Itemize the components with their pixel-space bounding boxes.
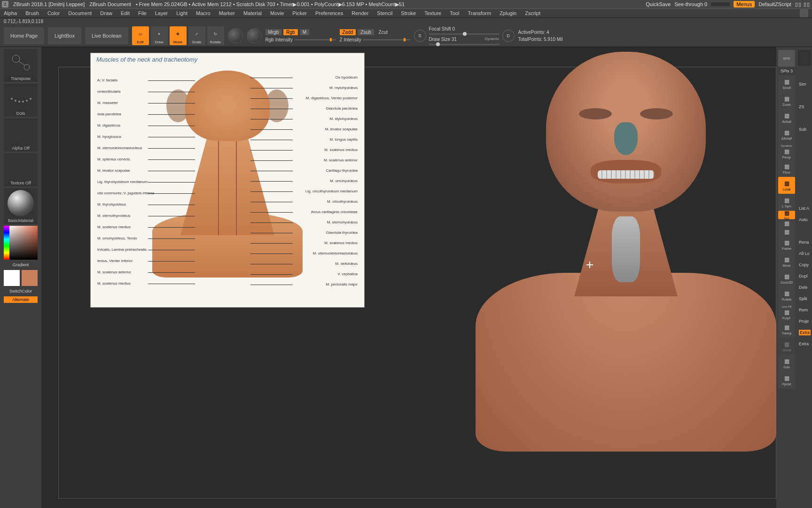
menu-stroke[interactable]: Stroke [401,10,416,16]
panel-row[interactable]: Split [798,294,811,303]
menu-color[interactable]: Color [47,10,60,16]
menu-tool[interactable]: Tool [450,10,459,16]
scale-mode-button[interactable]: ⤢Scale [188,26,205,45]
Move-button[interactable]: ▦Move [778,253,795,270]
seethrough-slider[interactable]: See-through 0 [674,1,707,7]
menu-brush[interactable]: Brush [25,10,39,16]
Persp-button[interactable]: Dynamic▦Persp [778,143,795,160]
menu-transform[interactable]: Transform [468,10,491,16]
default-zscript-button[interactable]: DefaultZScript [758,1,791,7]
panel-row[interactable]: Extra [798,328,811,337]
Rotate-button[interactable]: ▦Rotate [778,287,795,304]
Solo-button[interactable]: ▦Solo [778,355,795,372]
AAHalf-button[interactable]: ▦AAHalf [778,126,795,143]
panel-row[interactable]: Sim [798,80,811,88]
sculpt-viewport[interactable] [476,47,776,508]
panel-row[interactable] [798,193,811,201]
texture-slot[interactable]: Texture Off [4,153,38,186]
home-page-button[interactable]: Home Page [4,27,44,44]
layout-icons[interactable]: ▯▯ ▯▯ [795,1,810,8]
Ghost-button[interactable]: ▦Ghost [778,338,795,355]
m-toggle[interactable]: M [300,29,309,35]
move-mode-button[interactable]: ✥Move [170,26,187,45]
sphere-preview-icon[interactable] [247,28,262,43]
menu-movie[interactable]: Movie [270,10,284,16]
dynamic-toggle[interactable]: Dynamic [484,37,499,42]
dots-widget[interactable]: Dots [4,84,38,117]
z-intensity-slider[interactable] [363,39,410,40]
panel-row[interactable] [798,182,811,190]
menu-draw[interactable]: Draw [100,10,112,16]
Floor-button[interactable]: ▦Floor [778,160,795,177]
live-boolean-button[interactable]: Live Boolean [85,27,128,44]
hue-strip[interactable] [4,226,9,260]
menu-layer[interactable]: Layer [155,10,168,16]
zsub-toggle[interactable]: Zsub [358,29,374,35]
menus-toggle[interactable]: Menus [734,1,755,8]
menu-file[interactable]: File [138,10,147,16]
panel-row[interactable] [798,148,811,156]
L.Sym-button[interactable]: ▦L.Sym [778,194,795,211]
gradient-toggle[interactable]: Gradient [4,262,38,268]
spix-readout[interactable]: SPix 3 [778,68,795,74]
menu-texture[interactable]: Texture [424,10,441,16]
panel-row[interactable]: Auto [798,215,811,224]
Local-button[interactable]: ▦Local [778,177,795,194]
alpha-slot[interactable]: Alpha Off [4,119,38,151]
draw-size-slider[interactable] [429,44,500,45]
Xpose-button[interactable]: ▦Xpose [778,372,795,389]
reference-image[interactable]: Muscles of the neck and tracheotomy A; V… [90,53,365,308]
tool-thumbnail[interactable] [798,50,811,66]
panel-row[interactable]: Extra [798,340,811,348]
panel-row[interactable]: Rem [798,306,811,314]
lightbox-button[interactable]: LightBox [48,27,81,44]
panel-row[interactable]: Dupl [798,272,811,280]
main-color-swatch[interactable] [4,270,20,286]
menu-stencil[interactable]: Stencil [377,10,392,16]
menu-render[interactable]: Render [351,10,368,16]
panel-row[interactable] [798,159,811,167]
draw-mode-button[interactable]: ✦Draw [151,26,168,45]
menu-alpha[interactable]: Alpha [4,10,17,16]
mrgb-toggle[interactable]: Mrgb [265,29,282,35]
secondary-color-swatch[interactable] [22,270,38,286]
menu-material[interactable]: Material [243,10,262,16]
menu-picker[interactable]: Picker [292,10,307,16]
sat-val-field[interactable] [9,226,38,260]
menu-edit[interactable]: Edit [121,10,130,16]
switchcolor-button[interactable]: SwitchColor [4,288,38,294]
menu-macro[interactable]: Macro [196,10,211,16]
Scroll-button[interactable]: ▦Scroll [778,75,795,92]
menu-expand-icon[interactable] [800,9,808,17]
focal-s-icon[interactable]: S [414,30,426,42]
panel-row[interactable] [798,114,811,122]
Zoom-button[interactable]: ▦Zoom [778,92,795,109]
rgb-toggle[interactable]: Rgb [283,29,297,35]
panel-row[interactable] [798,227,811,235]
color-picker[interactable] [4,226,38,260]
zadd-toggle[interactable]: Zadd [340,29,356,35]
menu-light[interactable]: Light [176,10,187,16]
focal-d-icon[interactable]: D [502,30,515,42]
PolyF-button[interactable]: Line Fill▦PolyF [778,304,795,321]
panel-row[interactable]: Sub [798,125,811,134]
panel-row[interactable]: Dele [798,283,811,292]
panel-row[interactable]: All Lo [798,249,811,258]
Xyz-button[interactable]: ▦Xyz [778,211,795,219]
rgb-intensity-slider[interactable] [295,39,336,40]
seethrough-track[interactable] [711,2,730,6]
panel-row[interactable] [798,91,811,100]
rotate-mode-button[interactable]: ↻Rotate [207,26,224,45]
menu-marker[interactable]: Marker [219,10,235,16]
focal-shift-slider[interactable] [429,33,500,35]
canvas[interactable]: Muscles of the neck and tracheotomy A; V… [41,47,776,508]
menu-zscript[interactable]: Zscript [525,10,540,16]
menu-preferences[interactable]: Preferences [315,10,343,16]
panel-row[interactable] [798,170,811,179]
bpr-button[interactable]: BPR [778,50,795,67]
Transp-button[interactable]: ▦Transp [778,321,795,338]
panel-row[interactable]: Copy [798,261,811,269]
panel-row[interactable]: List A [798,204,811,213]
nav-button[interactable]: ▦ [778,228,795,236]
quicksave-button[interactable]: QuickSave [646,1,671,7]
